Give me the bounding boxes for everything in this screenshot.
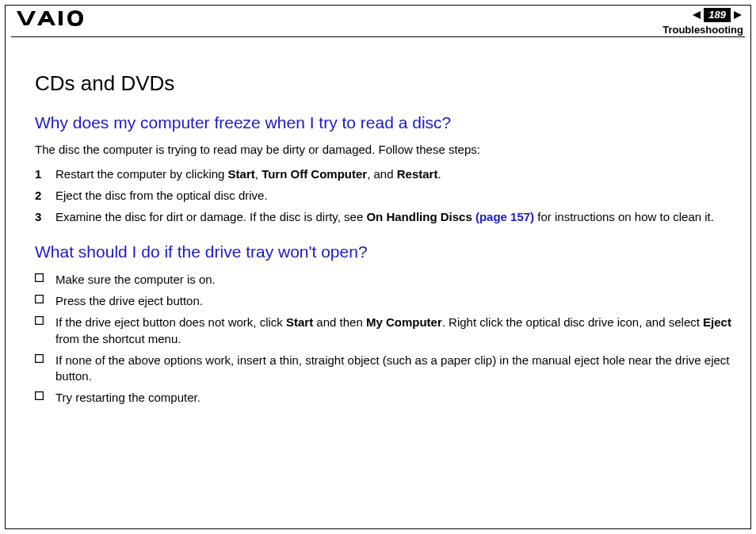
list-item: 3 Examine the disc for dirt or damage. I… — [35, 209, 732, 225]
square-bullet-icon — [35, 315, 55, 325]
page-number: 189 — [704, 8, 731, 22]
header-section: Troubleshooting — [662, 24, 743, 36]
numbered-list: 1 Restart the computer by clicking Start… — [35, 166, 732, 226]
page-title: CDs and DVDs — [35, 70, 732, 97]
question-heading-2: What should I do if the drive tray won't… — [35, 241, 732, 263]
bullet-text: If the drive eject button does not work,… — [55, 315, 732, 347]
svg-marker-1 — [693, 11, 701, 19]
list-item: Press the drive eject button. — [35, 293, 732, 309]
next-page-arrow-icon[interactable] — [732, 10, 743, 21]
svg-marker-2 — [734, 11, 742, 19]
svg-rect-3 — [36, 273, 44, 281]
step-number: 2 — [35, 188, 55, 204]
page-link[interactable]: (page 157) — [475, 210, 534, 223]
step-text: Eject the disc from the optical disc dri… — [55, 188, 732, 204]
list-item: 1 Restart the computer by clicking Start… — [35, 166, 732, 182]
square-bullet-icon — [35, 272, 55, 282]
bullet-list: Make sure the computer is on. Press the … — [35, 272, 732, 406]
svg-rect-7 — [36, 392, 44, 400]
list-item: Make sure the computer is on. — [35, 272, 732, 288]
main-content: CDs and DVDs Why does my computer freeze… — [35, 70, 732, 412]
prev-page-arrow-icon[interactable] — [691, 10, 702, 21]
square-bullet-icon — [35, 293, 55, 303]
svg-rect-5 — [36, 317, 44, 325]
list-item: If none of the above options work, inser… — [35, 353, 732, 385]
square-bullet-icon — [35, 390, 55, 400]
list-item: If the drive eject button does not work,… — [35, 315, 732, 347]
list-item: Try restarting the computer. — [35, 390, 732, 406]
header-divider — [11, 36, 745, 37]
step-number: 3 — [35, 209, 55, 225]
step-text: Restart the computer by clicking Start, … — [55, 166, 732, 182]
header-right: 189 Troubleshooting — [662, 8, 743, 36]
question-1-intro: The disc the computer is trying to read … — [35, 142, 732, 158]
step-number: 1 — [35, 166, 55, 182]
page-nav: 189 — [662, 8, 743, 22]
bullet-text: Try restarting the computer. — [55, 390, 732, 406]
list-item: 2 Eject the disc from the optical disc d… — [35, 188, 732, 204]
step-text: Examine the disc for dirt or damage. If … — [55, 209, 732, 225]
square-bullet-icon — [35, 353, 55, 363]
svg-rect-4 — [36, 296, 44, 303]
question-heading-1: Why does my computer freeze when I try t… — [35, 112, 732, 134]
svg-rect-6 — [36, 354, 44, 362]
bullet-text: If none of the above options work, inser… — [55, 353, 732, 385]
svg-rect-0 — [59, 11, 63, 25]
vaio-logo — [16, 10, 95, 30]
bullet-text: Press the drive eject button. — [55, 293, 732, 309]
page-header: 189 Troubleshooting — [11, 8, 745, 36]
bullet-text: Make sure the computer is on. — [55, 272, 732, 288]
